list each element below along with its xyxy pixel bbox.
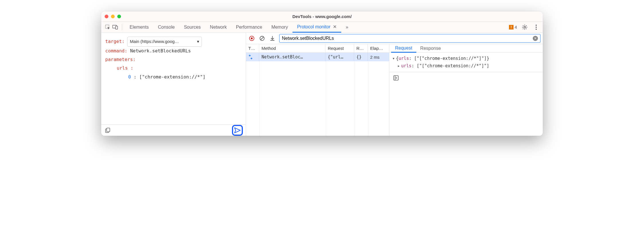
clear-icon[interactable] (259, 35, 266, 42)
clear-input-icon[interactable]: ✕ (533, 36, 538, 41)
tab-console[interactable]: Console (153, 22, 179, 32)
svg-line-12 (261, 37, 264, 40)
tree-child[interactable]: urls: ["["chrome-extension://*"]"] (392, 62, 540, 70)
tab-label: Response (420, 46, 441, 51)
tab-label: Elements (130, 25, 149, 30)
devtools-window: DevTools - www.google.com/ Elements Cons… (101, 11, 543, 136)
editor-footer (101, 124, 246, 136)
svg-rect-10 (251, 38, 253, 39)
record-icon[interactable] (248, 35, 255, 42)
command-value[interactable]: Network.setBlockedURLs (130, 48, 191, 54)
prop-value: ["["chrome-extension://*"]"] (417, 63, 489, 68)
command-label: command (105, 48, 124, 54)
device-toggle-icon[interactable] (112, 23, 119, 31)
protocol-monitor-content: target: Main (https://www.goog… ▾ comman… (101, 33, 543, 136)
message-grid: T… Method Request R… Elap… Network.setBl… (246, 44, 389, 136)
col-method[interactable]: Method (259, 44, 325, 52)
parameters-label: parameters (105, 57, 133, 62)
tab-label: Sources (184, 25, 201, 30)
col-type[interactable]: T… (246, 44, 259, 52)
col-elapsed[interactable]: Elap… (368, 44, 389, 52)
warning-icon: ! (509, 25, 514, 29)
filter-input-container: ✕ (279, 34, 540, 43)
gear-icon[interactable] (521, 23, 528, 31)
detail-tabs: Request Response (389, 44, 543, 53)
kebab-menu-icon[interactable] (532, 23, 540, 31)
grid-header: T… Method Request R… Elap… (246, 44, 389, 53)
array-index: 0 (128, 74, 131, 80)
tab-network[interactable]: Network (205, 22, 231, 32)
send-icon (234, 127, 241, 133)
tree-root[interactable]: {urls: ["["chrome-extension://*"]"]} (392, 55, 540, 62)
filter-input[interactable] (282, 36, 533, 41)
devtools-toolbar: Elements Console Sources Network Perform… (101, 22, 543, 33)
tab-memory[interactable]: Memory (267, 22, 292, 32)
chevron-down-icon: ▾ (197, 38, 199, 46)
tab-label: Performance (236, 25, 262, 30)
prop-preview: ["["chrome-extension://*"]"] (414, 56, 487, 61)
detail-body: {urls: ["["chrome-extension://*"]"]} url… (389, 53, 543, 72)
svg-rect-2 (116, 26, 118, 29)
panel-tabs: Elements Console Sources Network Perform… (125, 22, 353, 32)
param-key[interactable]: urls (117, 65, 128, 71)
sent-received-icon (248, 55, 253, 59)
target-select[interactable]: Main (https://www.goog… ▾ (127, 37, 202, 47)
download-icon[interactable] (269, 35, 276, 42)
table-row[interactable]: Network.setBloc… {"url… {} 2 ms (246, 53, 389, 61)
svg-point-4 (536, 25, 537, 26)
window-title: DevTools - www.google.com/ (101, 14, 543, 19)
tab-label: Memory (271, 25, 288, 30)
prop-key: urls (401, 63, 411, 68)
tab-label: Network (210, 25, 227, 30)
collapse-panel-icon[interactable] (392, 74, 400, 82)
svg-point-3 (524, 26, 526, 28)
window-titlebar: DevTools - www.google.com/ (101, 11, 543, 22)
target-label: target (105, 39, 122, 44)
array-item-value[interactable]: ["chrome-extension://*"] (139, 74, 206, 80)
tab-label: Request (395, 46, 412, 51)
detail-footer (389, 72, 543, 83)
command-editor-panel: target: Main (https://www.goog… ▾ comman… (101, 33, 246, 136)
target-select-value: Main (https://www.goog… (130, 38, 179, 46)
inspect-icon[interactable] (104, 23, 112, 31)
svg-point-5 (536, 27, 537, 28)
cell-response: {} (354, 53, 368, 61)
prop-key: urls (399, 56, 409, 61)
svg-point-6 (536, 29, 537, 30)
issues-count: 4 (515, 25, 517, 29)
tab-label: Protocol monitor (297, 24, 331, 29)
col-response[interactable]: R… (354, 44, 368, 52)
cell-elapsed: 2 ms (368, 53, 389, 61)
detail-tab-request[interactable]: Request (391, 44, 416, 53)
cell-request: {"url… (325, 53, 354, 61)
more-tabs-button[interactable]: » (341, 22, 353, 32)
protocol-log-panel: ✕ T… Method Request R… Elap… (246, 33, 543, 136)
cell-method: Network.setBloc… (259, 53, 325, 61)
tab-sources[interactable]: Sources (179, 22, 205, 32)
copy-icon[interactable] (104, 127, 112, 134)
detail-tab-response[interactable]: Response (416, 44, 445, 52)
tab-protocol-monitor[interactable]: Protocol monitor ✕ (292, 22, 341, 33)
send-command-button[interactable] (232, 125, 243, 136)
tab-performance[interactable]: Performance (231, 22, 267, 32)
message-detail-panel: Request Response {urls: ["["chrome-exten… (389, 44, 543, 136)
issues-badge[interactable]: ! 4 (509, 25, 517, 29)
tab-elements[interactable]: Elements (125, 22, 153, 32)
col-request[interactable]: Request (325, 44, 354, 52)
log-toolbar: ✕ (246, 33, 543, 44)
close-icon[interactable]: ✕ (333, 24, 337, 29)
tab-label: Console (158, 25, 175, 30)
svg-rect-8 (107, 128, 110, 132)
